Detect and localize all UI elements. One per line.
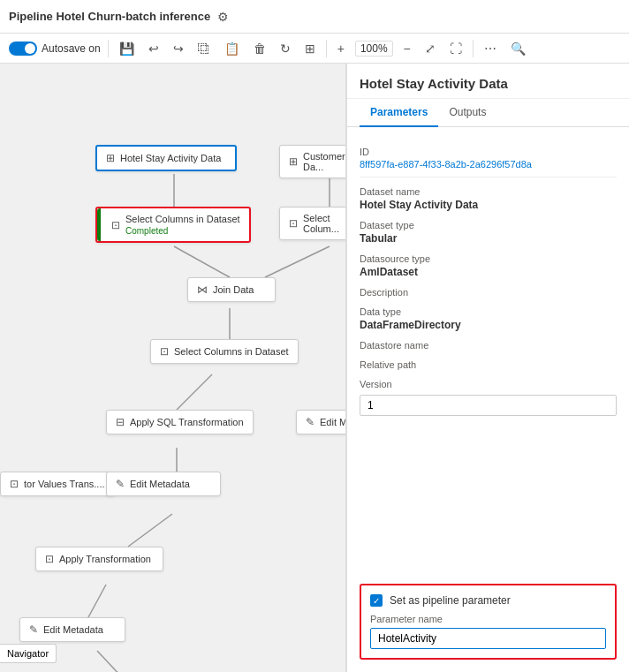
header: Pipeline Hotel Churn-batch inference ⚙	[0, 0, 629, 34]
node-label-11: Apply Transformation	[59, 554, 151, 564]
fit-button[interactable]: ⤢	[421, 40, 439, 57]
version-input[interactable]	[360, 395, 617, 416]
data-type-value: DataFrameDirectory	[360, 319, 617, 331]
layout-button[interactable]: ⊞	[301, 40, 319, 57]
gear-icon[interactable]: ⚙	[217, 10, 229, 24]
dataset-type-label: Dataset type	[360, 220, 617, 230]
svg-line-7	[128, 514, 172, 547]
version-label: Version	[360, 379, 617, 389]
toolbar-separator-1	[108, 40, 109, 57]
node-label-9: tor Values Trans....	[24, 479, 105, 489]
tab-parameters[interactable]: Parameters	[360, 99, 438, 127]
meta-icon-1: ✎	[116, 478, 125, 490]
svg-line-8	[88, 585, 106, 617]
save-button[interactable]: 💾	[116, 40, 138, 57]
toolbar-separator-2	[326, 40, 327, 57]
navigator-button[interactable]: Navigator	[0, 644, 57, 663]
datasource-type-label: Datasource type	[360, 253, 617, 264]
node-content: Select Columns in Dataset Completed	[125, 214, 240, 236]
datastore-name-label: Datastore name	[360, 340, 617, 351]
apply-icon: ⊡	[45, 553, 54, 565]
dataset-icon: ⊞	[106, 152, 115, 164]
svg-line-3	[265, 246, 330, 277]
node-label-2: Customer Da...	[303, 151, 346, 172]
node-label-4: Select Colum...	[303, 213, 346, 234]
node-status: Completed	[125, 226, 240, 236]
node-label-10: Edit Metadata	[130, 479, 190, 489]
divider-1	[360, 177, 617, 177]
node-edit-meta-2[interactable]: ✎ Edit Metadata	[19, 617, 125, 642]
zoom-out-button[interactable]: −	[400, 40, 414, 57]
sql-icon: ⊟	[116, 416, 125, 428]
dataset-type-value: Tabular	[360, 232, 617, 245]
node-join-data[interactable]: ⋈ Join Data	[187, 277, 276, 302]
paste-button[interactable]: 📋	[221, 40, 243, 57]
id-value[interactable]: 8ff597fa-e887-4f33-8a2b-2a6296f57d8a	[360, 159, 617, 170]
toggle-switch[interactable]	[9, 42, 37, 56]
node-apply-trans[interactable]: ⊡ Apply Transformation	[35, 547, 163, 571]
id-label: ID	[360, 147, 617, 157]
node-customer-data[interactable]: ⊞ Customer Da...	[279, 145, 346, 178]
refresh-button[interactable]: ↻	[277, 40, 294, 57]
checkbox-label: Set as pipeline parameter	[390, 594, 511, 607]
undo-button[interactable]: ↩	[145, 40, 163, 57]
node-hotel-stay[interactable]: ⊞ Hotel Stay Activity Data	[95, 145, 237, 171]
delete-button[interactable]: 🗑	[250, 40, 269, 57]
pipeline-canvas[interactable]: ⊞ Hotel Stay Activity Data ⊞ Customer Da…	[0, 64, 346, 672]
svg-line-5	[177, 374, 212, 410]
transform-icon-4: ⊡	[10, 478, 19, 490]
toolbar: Autosave on 💾 ↩ ↪ ⿻ 📋 🗑 ↻ ⊞ + 100% − ⤢ ⛶…	[0, 34, 629, 64]
node-edit-m[interactable]: ✎ Edit M...	[296, 410, 346, 434]
edit-icon: ✎	[306, 416, 314, 428]
status-bar	[97, 208, 101, 241]
data-type-label: Data type	[360, 306, 617, 317]
node-label: Hotel Stay Activity Data	[120, 153, 221, 163]
zoom-level: 100%	[355, 41, 393, 57]
node-tor-values[interactable]: ⊡ tor Values Trans....	[0, 472, 115, 496]
tab-outputs[interactable]: Outputs	[438, 99, 496, 127]
description-label: Description	[360, 287, 617, 298]
redo-button[interactable]: ↪	[170, 40, 187, 57]
transform-icon-2: ⊡	[289, 217, 298, 230]
graph-button[interactable]: ⋯	[481, 40, 500, 57]
checkmark-icon: ✓	[373, 596, 380, 606]
zoom-in-button[interactable]: +	[334, 40, 348, 57]
panel-tabs: Parameters Outputs	[347, 99, 629, 127]
join-icon: ⋈	[197, 283, 208, 296]
panel-parameters-content: ID 8ff597fa-e887-4f33-8a2b-2a6296f57d8a …	[347, 127, 629, 575]
fullscreen-button[interactable]: ⛶	[446, 40, 466, 57]
search-button[interactable]: 🔍	[507, 40, 529, 57]
right-panel: Hotel Stay Activity Data Parameters Outp…	[346, 64, 629, 672]
dataset-name-label: Dataset name	[360, 186, 617, 197]
page-title: Pipeline Hotel Churn-batch inference	[9, 10, 210, 23]
node-select-cols-3[interactable]: ⊡ Select Columns in Dataset	[150, 339, 299, 364]
copy-button[interactable]: ⿻	[194, 40, 214, 57]
node-edit-meta-1[interactable]: ✎ Edit Metadata	[106, 472, 221, 496]
node-label-3: Select Columns in Dataset	[125, 214, 240, 224]
node-label-12: Edit Metadata	[43, 624, 103, 635]
param-name-label: Parameter name	[370, 614, 606, 624]
node-select-cols-2[interactable]: ⊡ Select Colum...	[279, 207, 346, 240]
pipeline-param-section: ✓ Set as pipeline parameter Parameter na…	[360, 584, 617, 660]
dataset-name-value: Hotel Stay Activity Data	[360, 199, 617, 211]
node-label-6: Select Columns in Dataset	[174, 346, 289, 357]
panel-title: Hotel Stay Activity Data	[347, 64, 629, 99]
node-label-7: Apply SQL Transformation	[130, 417, 244, 427]
node-apply-sql-1[interactable]: ⊟ Apply SQL Transformation	[106, 410, 254, 434]
svg-line-2	[174, 246, 230, 277]
toolbar-separator-3	[473, 40, 474, 57]
dataset-icon-2: ⊞	[289, 155, 298, 168]
set-pipeline-param-checkbox[interactable]: ✓	[370, 594, 383, 607]
main-layout: ⊞ Hotel Stay Activity Data ⊞ Customer Da…	[0, 64, 629, 672]
autosave-toggle[interactable]: Autosave on	[9, 42, 101, 56]
autosave-label: Autosave on	[42, 42, 101, 55]
param-name-input[interactable]	[370, 628, 606, 649]
node-select-cols-1[interactable]: ⊡ Select Columns in Dataset Completed	[95, 207, 251, 243]
transform-icon-3: ⊡	[160, 345, 169, 358]
svg-line-9	[97, 651, 124, 672]
node-label-5: Join Data	[213, 284, 254, 295]
meta-icon-2: ✎	[29, 623, 38, 636]
relative-path-label: Relative path	[360, 359, 617, 370]
node-label-8: Edit M...	[320, 417, 346, 427]
datasource-type-value: AmlDataset	[360, 266, 617, 278]
